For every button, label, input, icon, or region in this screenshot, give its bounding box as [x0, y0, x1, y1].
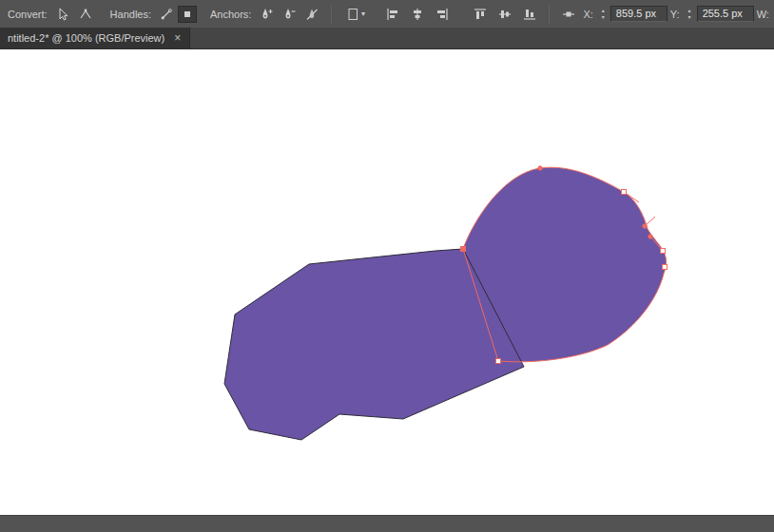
align-right-icon: [435, 8, 449, 21]
anchor-point[interactable]: [496, 359, 501, 364]
align-h-center-icon: [411, 8, 424, 21]
anchor-point[interactable]: [622, 190, 627, 195]
anchor-point[interactable]: [461, 247, 466, 252]
separator: [331, 5, 332, 24]
status-bar: [0, 515, 774, 532]
convert-anchor-button[interactable]: [300, 4, 323, 25]
shape-layer: [0, 49, 774, 515]
x-stepper[interactable]: ▴ ▾: [598, 6, 609, 23]
stepper-down-icon[interactable]: ▾: [598, 14, 609, 21]
align-bottom-button[interactable]: [518, 4, 541, 25]
tab-close-button[interactable]: ×: [174, 32, 181, 44]
align-right-button[interactable]: [431, 4, 454, 25]
add-anchor-button[interactable]: [255, 4, 278, 25]
handle-style-icon: [183, 10, 192, 19]
coordinates-section: X: ▴ ▾ 859.5 px Y: ▴ ▾ 255.5 px W:: [541, 4, 771, 25]
x-value-field[interactable]: 859.5 px: [610, 6, 668, 22]
convert-point-icon: [79, 8, 92, 21]
w-label: W:: [757, 9, 769, 20]
convert-label: Convert:: [8, 9, 48, 20]
document-tab[interactable]: ntitled-2* @ 100% (RGB/Preview) ×: [0, 28, 190, 48]
handles-icon: [160, 8, 173, 21]
distribute-icon: [562, 8, 575, 21]
artboard-icon: [347, 8, 359, 21]
align-group-vertical: [469, 4, 541, 25]
artboard-dropdown-button[interactable]: ▾: [339, 4, 372, 25]
delete-anchor-button[interactable]: [278, 4, 300, 25]
align-h-center-button[interactable]: [406, 4, 429, 25]
anchor-point[interactable]: [663, 265, 668, 270]
options-bar: Convert: Handles: Anchors:: [0, 0, 774, 28]
anchor-point[interactable]: [648, 235, 652, 238]
add-anchor-pen-icon: [260, 8, 273, 21]
align-bottom-icon: [523, 8, 536, 21]
anchors-label: Anchors:: [210, 9, 251, 20]
chevron-down-icon: ▾: [361, 10, 365, 18]
convert-point-button[interactable]: [74, 4, 97, 25]
align-left-button[interactable]: [381, 4, 404, 25]
anchor-point[interactable]: [538, 166, 542, 170]
tab-bar: ntitled-2* @ 100% (RGB/Preview) ×: [0, 28, 774, 49]
y-stepper[interactable]: ▴ ▾: [685, 6, 695, 23]
anchor-point[interactable]: [661, 249, 666, 254]
convert-anchor-pen-icon: [305, 8, 319, 21]
delete-anchor-pen-icon: [282, 8, 296, 21]
align-top-icon: [474, 8, 487, 21]
app-window: Convert: Handles: Anchors:: [0, 0, 774, 532]
anchor-point[interactable]: [643, 224, 647, 228]
document-canvas[interactable]: [0, 49, 774, 515]
right-blob-shape[interactable]: [463, 167, 667, 362]
direct-selection-tool-button[interactable]: [51, 4, 74, 25]
document-tab-title: ntitled-2* @ 100% (RGB/Preview): [8, 32, 164, 44]
align-v-center-button[interactable]: [493, 4, 516, 25]
x-label: X:: [583, 9, 592, 20]
y-value-field[interactable]: 255.5 px: [697, 6, 754, 22]
y-label: Y:: [670, 9, 680, 20]
stepper-down-icon[interactable]: ▾: [685, 14, 695, 21]
separator: [549, 5, 550, 24]
direct-selection-icon: [56, 8, 69, 21]
align-top-button[interactable]: [469, 4, 492, 25]
handle-style-toggle-button[interactable]: [178, 6, 197, 23]
align-v-center-icon: [498, 8, 512, 21]
align-left-icon: [386, 8, 399, 21]
stepper-up-icon[interactable]: ▴: [685, 8, 695, 14]
align-group-horizontal: [381, 4, 454, 25]
handles-label: Handles:: [110, 9, 151, 20]
distribute-button[interactable]: [557, 4, 580, 25]
stepper-up-icon[interactable]: ▴: [598, 8, 609, 14]
show-handles-button[interactable]: [155, 4, 178, 25]
